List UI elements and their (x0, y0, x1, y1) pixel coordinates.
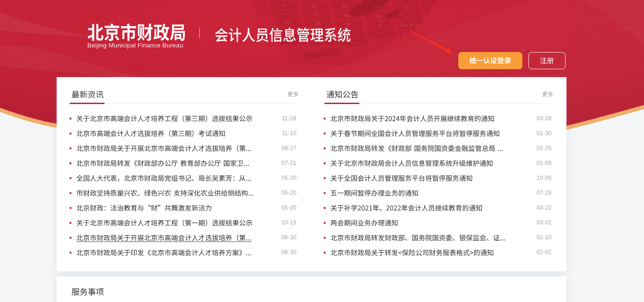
svg-text:0: 0 (316, 30, 325, 35)
svg-text:7: 7 (376, 22, 384, 27)
svg-text:6: 6 (341, 4, 350, 9)
svg-text:3: 3 (310, 4, 319, 8)
svg-text:8: 8 (373, 13, 382, 18)
svg-text:^: ^ (404, 14, 413, 19)
svg-text:=: = (377, 31, 387, 36)
svg-text:4: 4 (345, 22, 354, 26)
svg-text:+: + (279, 3, 288, 7)
svg-text:1: 1 (314, 21, 323, 26)
